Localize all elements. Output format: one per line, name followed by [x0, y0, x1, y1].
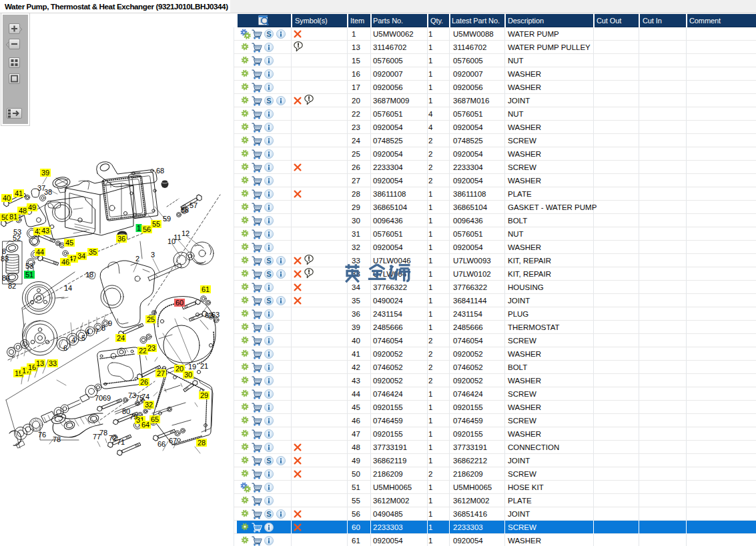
svg-text:40: 40 [3, 194, 11, 202]
svg-text:78: 78 [53, 435, 61, 443]
svg-text:76: 76 [38, 431, 46, 439]
svg-text:51: 51 [25, 271, 33, 279]
svg-text:28: 28 [198, 439, 206, 447]
svg-text:43: 43 [41, 227, 49, 235]
svg-text:32: 32 [145, 401, 153, 409]
svg-text:14: 14 [64, 284, 72, 292]
svg-text:38: 38 [44, 188, 52, 196]
svg-text:27: 27 [157, 369, 165, 377]
svg-text:67: 67 [169, 437, 177, 445]
svg-text:1: 1 [137, 224, 141, 232]
svg-text:11: 11 [173, 233, 181, 241]
svg-text:23: 23 [147, 344, 155, 352]
svg-text:66: 66 [157, 440, 165, 448]
svg-text:6: 6 [63, 344, 67, 352]
svg-text:12: 12 [181, 229, 190, 237]
svg-text:30: 30 [184, 371, 192, 379]
svg-text:36: 36 [117, 235, 125, 243]
svg-text:48: 48 [19, 207, 27, 215]
svg-text:29: 29 [200, 391, 208, 399]
svg-text:64: 64 [141, 421, 149, 429]
svg-text:58: 58 [181, 206, 189, 214]
svg-text:55: 55 [152, 220, 160, 228]
svg-text:9: 9 [108, 319, 112, 327]
svg-text:35: 35 [89, 248, 97, 256]
svg-text:24: 24 [117, 334, 125, 342]
svg-text:72: 72 [109, 434, 117, 442]
svg-text:84: 84 [2, 274, 10, 282]
svg-text:18: 18 [85, 271, 93, 279]
svg-text:7: 7 [95, 327, 99, 335]
svg-text:3: 3 [151, 251, 155, 259]
svg-text:63: 63 [212, 311, 220, 319]
svg-text:25: 25 [147, 315, 155, 323]
svg-text:49: 49 [28, 203, 36, 211]
svg-text:44: 44 [36, 248, 44, 256]
svg-text:20: 20 [175, 365, 183, 373]
svg-text:39: 39 [41, 169, 49, 177]
svg-text:70: 70 [95, 394, 103, 402]
svg-text:4: 4 [85, 328, 89, 336]
svg-text:53: 53 [25, 262, 33, 270]
svg-text:81: 81 [9, 213, 17, 221]
svg-text:79: 79 [129, 413, 137, 421]
svg-text:4: 4 [71, 336, 75, 344]
svg-text:33: 33 [49, 359, 57, 367]
svg-text:5: 5 [81, 334, 85, 342]
svg-text:71: 71 [117, 438, 125, 446]
svg-text:19: 19 [188, 363, 196, 371]
svg-text:22: 22 [139, 347, 147, 355]
svg-text:57: 57 [190, 201, 198, 209]
svg-text:69: 69 [103, 394, 111, 402]
svg-text:34: 34 [77, 252, 85, 260]
svg-text:59: 59 [163, 215, 171, 223]
svg-text:45: 45 [65, 239, 73, 247]
svg-text:8: 8 [101, 324, 105, 332]
svg-text:65: 65 [151, 415, 159, 423]
svg-text:21: 21 [200, 362, 208, 370]
svg-text:56: 56 [143, 225, 151, 233]
svg-text:52: 52 [13, 234, 21, 242]
svg-text:78: 78 [99, 429, 107, 437]
svg-text:60: 60 [175, 299, 183, 307]
svg-text:68: 68 [156, 167, 164, 175]
svg-text:82: 82 [8, 282, 16, 290]
svg-text:13: 13 [36, 359, 44, 367]
svg-text:74: 74 [141, 393, 149, 401]
svg-text:41: 41 [15, 189, 23, 197]
svg-text:26: 26 [140, 378, 148, 386]
svg-text:46: 46 [61, 258, 69, 266]
svg-text:61: 61 [202, 285, 210, 293]
svg-text:83: 83 [1, 255, 9, 263]
svg-text:2: 2 [135, 255, 139, 263]
